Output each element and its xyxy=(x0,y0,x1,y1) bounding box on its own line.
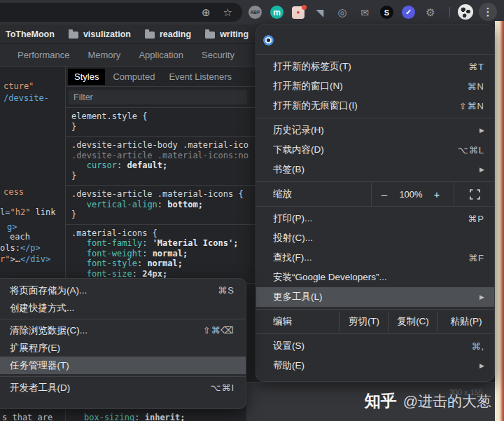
submenu-arrow-icon: ▶ xyxy=(479,166,484,173)
menu-separator xyxy=(0,376,246,377)
dom-fragment: ols:</p> xyxy=(0,243,41,253)
menu-item-clear-browsing-data[interactable]: 清除浏览数据(C)...⇧⌘⌫ xyxy=(0,322,246,339)
tab-security[interactable]: Security xyxy=(202,50,234,60)
menu-separator xyxy=(256,309,494,310)
menu-item-label: 设置(S) xyxy=(273,340,304,352)
dom-fragment: g> xyxy=(7,222,17,232)
menu-separator xyxy=(256,206,494,207)
zoom-value: 100% xyxy=(393,189,429,200)
profile-avatar[interactable] xyxy=(458,4,473,20)
menu-item-print[interactable]: 打印(P)...⌘P xyxy=(256,209,494,228)
bookmark-label: ToTheMoon xyxy=(6,29,55,39)
menu-separator xyxy=(256,181,494,182)
menu-separator xyxy=(256,54,494,55)
menu-item-task-manager[interactable]: 任务管理器(T) xyxy=(0,357,246,374)
toolbar-divider xyxy=(449,7,450,18)
menu-item-shortcut: ⌘N xyxy=(468,81,484,92)
menu-item-new-tab[interactable]: 打开新的标签页(T)⌘T xyxy=(256,57,494,76)
check-extension-icon[interactable]: ✓ xyxy=(402,6,415,19)
zoom-page-icon[interactable]: ⊕ xyxy=(202,7,211,18)
menu-item-loading-spinner[interactable] xyxy=(256,28,494,52)
mail-extension-icon[interactable]: ✉ xyxy=(358,6,372,20)
menu-item-label: 打开新的标签页(T) xyxy=(273,60,351,73)
menu-item-label: 清除浏览数据(C)... xyxy=(10,324,88,337)
tab-performance[interactable]: Performance xyxy=(18,50,69,60)
bookmark-tothemoon[interactable]: ToTheMoon xyxy=(6,29,55,39)
tab-application[interactable]: Application xyxy=(139,50,183,60)
bookmark-label: reading xyxy=(160,29,191,39)
dom-fragment: each xyxy=(10,232,30,242)
menu-item-shortcut: ⌥⌘L xyxy=(458,145,484,156)
cut-button[interactable]: 剪切(T) xyxy=(339,312,388,331)
bookmark-reading[interactable]: reading xyxy=(145,29,191,39)
menu-item-shortcut: ⌘F xyxy=(468,253,484,263)
gear-extension-icon[interactable]: ⚙ xyxy=(424,6,438,20)
menu-item-developer-tools[interactable]: 开发者工具(D)⌥⌘I xyxy=(0,379,246,396)
bookmark-label: writing xyxy=(220,29,248,39)
bookmark-star-icon[interactable]: ☆ xyxy=(223,7,232,18)
menu-item-downloads[interactable]: 下载内容(D)⌥⌘L xyxy=(256,140,494,160)
submenu-arrow-icon: ▶ xyxy=(479,362,484,369)
menu-item-install-pwa[interactable]: 安装“Google Developers”... xyxy=(256,268,494,287)
menu-item-shortcut: ⌘P xyxy=(468,214,484,224)
menu-item-label: 帮助(E) xyxy=(273,359,304,372)
people-extension-icon[interactable]: ● xyxy=(292,6,304,19)
menu-item-help[interactable]: 帮助(E)▶ xyxy=(256,356,494,375)
menu-item-label: 打印(P)... xyxy=(273,212,312,225)
zoom-out-button[interactable]: – xyxy=(376,184,393,204)
menu-item-find[interactable]: 查找(F)...⌘F xyxy=(256,248,494,268)
paste-button[interactable]: 粘贴(P) xyxy=(437,312,495,331)
menu-item-label: 任务管理器(T) xyxy=(10,359,69,372)
menu-item-history[interactable]: 历史记录(H)▶ xyxy=(256,120,494,140)
menu-separator xyxy=(0,319,246,319)
folder-icon xyxy=(145,32,155,39)
bookmark-visulization[interactable]: visulization xyxy=(69,29,131,39)
address-bar[interactable]: ⊕ ☆ xyxy=(0,3,242,22)
zoom-in-button[interactable]: + xyxy=(428,184,445,204)
tab-memory[interactable]: Memory xyxy=(88,50,120,60)
divider xyxy=(454,181,454,207)
tab-event-listeners[interactable]: Event Listeners xyxy=(162,69,238,85)
browser-toolbar: ⊕ ☆ ABPm●◥◎✉S✓⚙ ⋮ xyxy=(0,0,504,25)
m-extension-icon[interactable]: m xyxy=(270,6,284,19)
menu-item-label: 安装“Google Developers”... xyxy=(273,271,387,284)
target-extension-icon[interactable]: ◎ xyxy=(335,6,349,20)
adblock-icon[interactable]: ABP xyxy=(248,6,262,19)
tab-computed[interactable]: Computed xyxy=(106,69,161,85)
menu-item-label: 投射(C)... xyxy=(273,232,313,244)
menu-item-zoom[interactable]: 缩放–100%+ xyxy=(256,184,494,204)
menu-item-label: 查找(F)... xyxy=(273,251,312,264)
menu-item-label: 扩展程序(E) xyxy=(10,342,60,354)
menu-item-settings[interactable]: 设置(S)⌘, xyxy=(256,336,494,356)
browser-menu-button[interactable]: ⋮ xyxy=(479,3,497,21)
dom-fragment: /devsite- xyxy=(4,93,49,103)
menu-item-new-incognito-window[interactable]: 打开新的无痕窗口(I)⇧⌘N xyxy=(256,96,494,116)
dom-fragment: cess xyxy=(4,187,24,197)
menu-item-more-tools[interactable]: 更多工具(L)▶ xyxy=(256,287,494,307)
fullscreen-icon[interactable] xyxy=(470,189,480,200)
bookmark-label: visulization xyxy=(83,29,131,39)
menu-item-label: 开发者工具(D) xyxy=(10,382,70,394)
menu-item-label: 更多工具(L) xyxy=(273,291,323,303)
menu-item-edit[interactable]: 编辑剪切(T)复制(C)粘贴(P) xyxy=(256,312,494,331)
cursor-arrow-extension-icon[interactable]: ◥ xyxy=(313,6,327,20)
styles-filter-input[interactable]: Filter xyxy=(69,90,247,104)
menu-item-save-page-as[interactable]: 将页面存储为(A)...⌘S xyxy=(0,282,246,299)
menu-separator xyxy=(256,118,494,118)
bookmark-writing[interactable]: writing xyxy=(205,29,248,39)
folder-icon xyxy=(69,32,78,39)
browser-window: ⊕ ☆ ABPm●◥◎✉S✓⚙ ⋮ ToTheMoonvisulizationr… xyxy=(0,0,504,421)
menu-item-cast[interactable]: 投射(C)... xyxy=(256,228,494,248)
menu-item-shortcut: ⌘T xyxy=(468,62,484,72)
menu-item-bookmarks[interactable]: 书签(B)▶ xyxy=(256,160,494,179)
menu-item-label: 创建快捷方式... xyxy=(10,302,74,315)
menu-item-extensions[interactable]: 扩展程序(E) xyxy=(0,339,246,357)
menu-item-create-shortcut[interactable]: 创建快捷方式... xyxy=(0,299,246,317)
folder-icon xyxy=(205,32,215,39)
menu-item-label: 下载内容(D) xyxy=(273,144,324,156)
copy-button[interactable]: 复制(C) xyxy=(388,312,438,331)
tab-styles[interactable]: Styles xyxy=(68,69,105,85)
menu-item-new-window[interactable]: 打开新的窗口(N)⌘N xyxy=(256,76,494,96)
s-extension-icon[interactable]: S xyxy=(380,6,393,19)
chrome-main-menu: 打开新的标签页(T)⌘T打开新的窗口(N)⌘N打开新的无痕窗口(I)⇧⌘N历史记… xyxy=(255,25,495,382)
